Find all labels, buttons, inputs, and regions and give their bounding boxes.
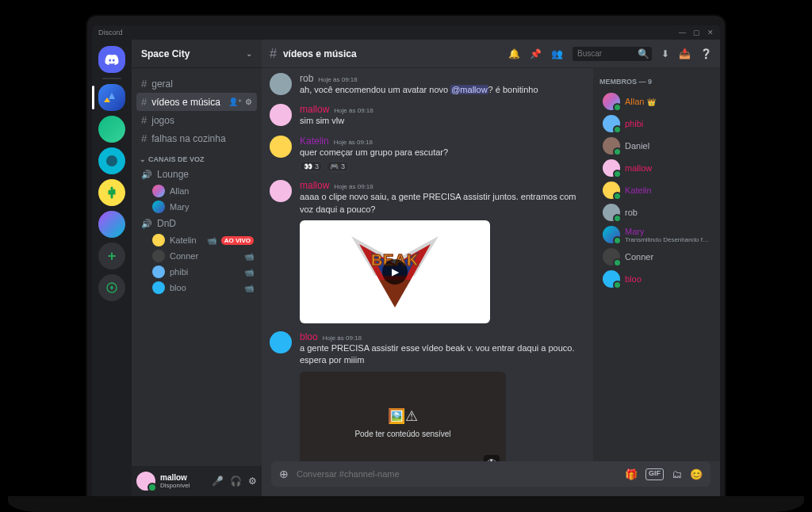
notifications-button[interactable]: 🔔: [508, 48, 520, 59]
reveal-button[interactable]: 👁: [484, 455, 500, 461]
message-author[interactable]: mallow: [300, 104, 329, 115]
member-name: Mary: [625, 227, 710, 236]
members-toggle-button[interactable]: 👥: [551, 48, 563, 59]
message-text: quer começar um grupo para escutar?: [300, 147, 585, 159]
server-item[interactable]: [98, 147, 125, 174]
explore-button[interactable]: [98, 274, 125, 301]
member-item[interactable]: mallow: [599, 157, 714, 179]
avatar: [152, 201, 165, 213]
member-item[interactable]: rob: [599, 201, 714, 224]
user-info[interactable]: mallow Disponível: [160, 473, 207, 489]
voice-user-allan[interactable]: Allan: [136, 183, 257, 199]
mention[interactable]: @mallow: [450, 85, 488, 94]
play-button[interactable]: ▶: [382, 259, 408, 285]
maximize-button[interactable]: ▢: [693, 29, 699, 36]
message-input[interactable]: [297, 469, 617, 479]
search-icon: 🔍: [638, 48, 649, 59]
gift-button[interactable]: 🎁: [625, 468, 638, 480]
member-item[interactable]: Katelin: [599, 179, 714, 201]
message-author[interactable]: bloo: [300, 331, 318, 342]
voice-user-mary[interactable]: Mary: [136, 199, 257, 215]
minimize-button[interactable]: —: [679, 29, 685, 36]
member-item[interactable]: phibi: [599, 113, 714, 135]
server-name: Space City: [141, 48, 190, 59]
avatar: [603, 137, 620, 155]
deafen-button[interactable]: 🎧: [230, 476, 242, 487]
member-item[interactable]: Daniel: [599, 135, 714, 157]
avatar[interactable]: [270, 180, 292, 202]
hash-icon: #: [141, 132, 147, 144]
avatar: [152, 250, 165, 262]
member-item[interactable]: Allan 👑: [599, 90, 714, 113]
avatar: [152, 281, 165, 294]
avatar[interactable]: [270, 104, 292, 126]
channel-geral[interactable]: #geral: [136, 75, 257, 93]
attach-button[interactable]: ⊕: [279, 468, 289, 480]
channel-falhas[interactable]: #falhas na cozinha: [136, 129, 257, 147]
hash-icon: #: [141, 96, 147, 108]
search-box[interactable]: 🔍: [573, 47, 652, 61]
member-item[interactable]: Mary Transmitindo Desenhando f.a.?: [599, 224, 714, 246]
member-name: Allan 👑: [625, 97, 710, 106]
user-settings-button[interactable]: ⚙: [248, 476, 257, 487]
member-item[interactable]: Conner: [599, 246, 714, 268]
server-item[interactable]: [98, 211, 125, 238]
svg-point-0: [106, 155, 117, 166]
voice-user-katelin[interactable]: Katelin📹AO VIVO: [136, 232, 257, 248]
help-button[interactable]: ❔: [700, 48, 712, 59]
video-icon: 📹: [244, 268, 254, 277]
reaction[interactable]: 👀3: [300, 161, 323, 172]
video-icon: 📹: [207, 236, 216, 245]
voice-category[interactable]: ⌄CANAIS DE VOZ: [136, 147, 257, 166]
member-name: rob: [625, 208, 710, 217]
message-author[interactable]: rob: [300, 73, 313, 84]
inbox-button[interactable]: 📥: [679, 48, 691, 59]
member-name: Conner: [625, 252, 710, 262]
mute-button[interactable]: 🎤: [212, 476, 224, 487]
video-icon: 📹: [244, 252, 254, 261]
message-text: a gente PRECISA assistir esse vídeo beak…: [300, 342, 585, 367]
search-input[interactable]: [577, 49, 633, 58]
add-server-button[interactable]: +: [98, 243, 125, 269]
invite-icon[interactable]: 👤⁺: [228, 97, 242, 106]
voice-lounge[interactable]: 🔊Lounge: [136, 166, 257, 183]
close-button[interactable]: ✕: [707, 29, 714, 36]
message-text: ah, você encomendou um avatar novo @mall…: [300, 84, 585, 96]
channel-videos-musica[interactable]: #vídeos e música👤⁺⚙: [136, 93, 257, 111]
voice-user-conner[interactable]: Conner📹: [136, 248, 257, 264]
message-author[interactable]: mallow: [300, 180, 329, 191]
user-avatar[interactable]: [136, 472, 155, 491]
server-header[interactable]: Space City ⌄: [132, 40, 262, 68]
avatar: [152, 234, 165, 246]
server-icon: [105, 154, 119, 168]
reaction[interactable]: 🎮3: [326, 161, 349, 172]
avatar: [603, 248, 620, 266]
message-time: Hoje às 09:18: [334, 183, 373, 190]
voice-user-bloo[interactable]: bloo📹: [136, 280, 257, 296]
server-item[interactable]: [98, 116, 125, 143]
avatar[interactable]: [270, 136, 292, 158]
avatar: [152, 266, 165, 278]
download-button[interactable]: ⬇: [661, 48, 669, 59]
voice-dnd[interactable]: 🔊DnD: [136, 215, 257, 232]
pinned-button[interactable]: 📌: [530, 48, 542, 59]
member-item[interactable]: bloo: [599, 268, 714, 290]
emoji-button[interactable]: 😊: [690, 468, 703, 480]
avatar: [603, 115, 620, 132]
voice-user-phibi[interactable]: phibi📹: [136, 264, 257, 280]
sticker-button[interactable]: 🗂: [672, 468, 682, 480]
message-author[interactable]: Katelin: [300, 136, 329, 147]
crown-icon: 👑: [647, 98, 656, 106]
server-item[interactable]: [98, 179, 125, 206]
server-space-city[interactable]: [98, 84, 125, 111]
avatar[interactable]: [270, 331, 292, 353]
hash-icon: #: [270, 47, 277, 61]
video-embed[interactable]: BEAK ▶: [300, 220, 490, 323]
channel-jogos[interactable]: #jogos: [136, 111, 257, 129]
home-button[interactable]: [98, 46, 125, 73]
members-header: MEMBROS — 9: [599, 78, 714, 86]
avatar[interactable]: [270, 73, 292, 95]
speaker-icon: 🔊: [141, 170, 152, 180]
settings-icon[interactable]: ⚙: [245, 97, 252, 106]
gif-button[interactable]: GIF: [645, 468, 664, 480]
